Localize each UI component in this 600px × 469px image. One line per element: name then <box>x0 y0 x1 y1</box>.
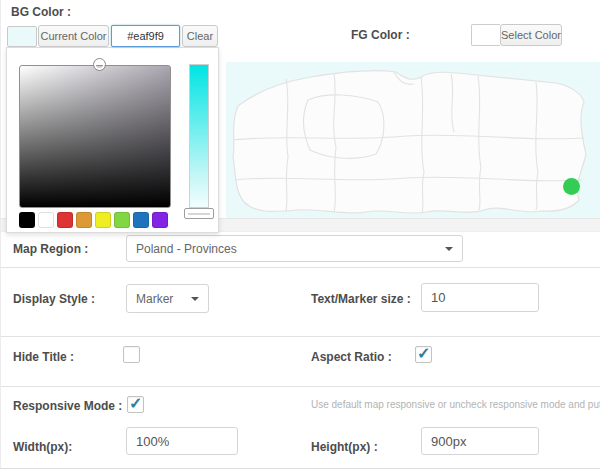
palette-swatch[interactable] <box>57 212 73 228</box>
height-input[interactable] <box>421 427 539 455</box>
green-marker[interactable] <box>563 178 580 195</box>
hue-slider[interactable] <box>189 64 209 208</box>
responsive-mode-label: Responsive Mode : <box>13 399 122 413</box>
map-region-select[interactable]: Poland - Provinces <box>126 235 463 262</box>
palette-swatch[interactable] <box>38 212 54 228</box>
bg-color-label: BG Color : <box>11 5 71 19</box>
chevron-down-icon <box>445 247 453 255</box>
current-color-button[interactable]: Current Color <box>38 25 109 47</box>
palette-swatch[interactable] <box>76 212 92 228</box>
divider <box>1 267 600 268</box>
divider <box>1 386 600 387</box>
marker-size-input[interactable] <box>421 283 539 312</box>
palette-swatch[interactable] <box>114 212 130 228</box>
width-input[interactable] <box>126 427 238 455</box>
color-picker-panel <box>6 47 219 233</box>
hex-color-input[interactable] <box>111 25 180 47</box>
palette-swatch[interactable] <box>133 212 149 228</box>
hide-title-checkbox[interactable] <box>123 346 140 363</box>
map-region-value: Poland - Provinces <box>136 242 237 256</box>
display-style-select[interactable]: Marker <box>126 284 209 313</box>
height-label: Height(px) : <box>311 440 378 454</box>
map-preview[interactable] <box>226 62 600 218</box>
palette-swatch[interactable] <box>152 212 168 228</box>
display-style-value: Marker <box>136 292 173 306</box>
palette-swatch[interactable] <box>95 212 111 228</box>
display-style-label: Display Style : <box>13 292 95 306</box>
responsive-mode-checkbox[interactable] <box>127 396 144 413</box>
select-color-button[interactable]: Select Color <box>500 24 562 46</box>
clear-color-button[interactable]: Clear <box>182 25 218 47</box>
hide-title-label: Hide Title : <box>13 350 74 364</box>
map-settings-panel: BG Color : FG Color : Select Color <box>0 0 600 469</box>
saturation-handle-icon[interactable] <box>93 58 106 71</box>
bg-color-swatch[interactable] <box>7 26 37 47</box>
hue-slider-handle[interactable] <box>184 208 214 219</box>
marker-size-label: Text/Marker size : <box>311 292 411 306</box>
fg-color-swatch[interactable] <box>471 24 500 46</box>
divider <box>1 336 600 337</box>
width-label: Width(px): <box>13 440 72 454</box>
responsive-hint-text: Use default map responsive or uncheck re… <box>311 399 600 410</box>
palette-swatch[interactable] <box>19 212 35 228</box>
map-region-label: Map Region : <box>13 242 88 256</box>
chevron-down-icon <box>191 297 199 305</box>
poland-provinces-map <box>226 62 600 218</box>
color-palette <box>19 212 175 228</box>
aspect-ratio-checkbox[interactable] <box>415 346 432 363</box>
fg-color-label: FG Color : <box>351 28 410 42</box>
saturation-square[interactable] <box>19 65 171 208</box>
aspect-ratio-label: Aspect Ratio : <box>311 350 392 364</box>
